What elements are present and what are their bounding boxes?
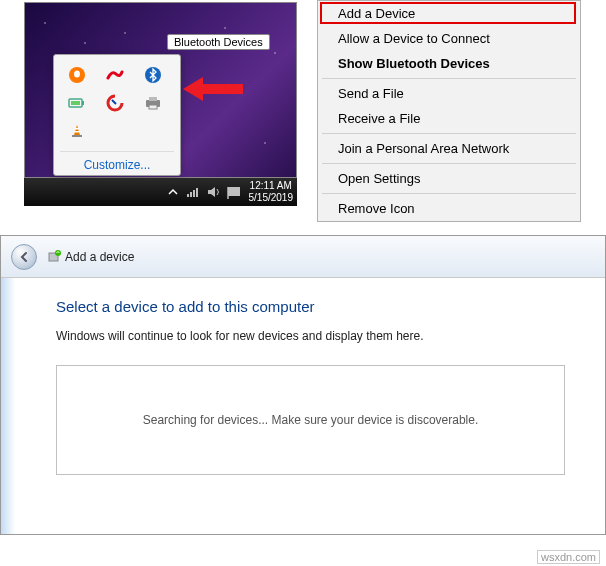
svg-rect-14 — [187, 194, 189, 197]
wizard-subtext: Windows will continue to look for new de… — [56, 329, 565, 343]
menu-show-devices[interactable]: Show Bluetooth Devices — [318, 51, 580, 76]
annotation-arrow-icon — [183, 77, 243, 101]
vlc-icon[interactable] — [62, 119, 92, 143]
battery-icon[interactable] — [62, 91, 92, 115]
flag-icon[interactable] — [227, 186, 241, 199]
taskbar-date: 5/15/2019 — [249, 192, 294, 204]
bluetooth-icon[interactable] — [138, 63, 168, 87]
airtel-icon[interactable] — [100, 63, 130, 87]
menu-allow-connect[interactable]: Allow a Device to Connect — [318, 26, 580, 51]
wizard-heading: Select a device to add to this computer — [56, 298, 565, 315]
avast-icon[interactable] — [62, 63, 92, 87]
svg-rect-7 — [149, 97, 157, 101]
ccleaner-icon[interactable] — [100, 91, 130, 115]
taskbar-clock[interactable]: 12:11 AM 5/15/2019 — [249, 180, 294, 204]
menu-join-pan[interactable]: Join a Personal Area Network — [318, 136, 580, 161]
menu-receive-file[interactable]: Receive a File — [318, 106, 580, 131]
window-left-glow — [1, 278, 15, 535]
wizard-title-text: Add a device — [65, 250, 134, 264]
add-device-window: Add a device Select a device to add to t… — [0, 235, 606, 535]
menu-separator — [322, 78, 576, 79]
volume-icon[interactable] — [207, 186, 221, 198]
windows-taskbar: 12:11 AM 5/15/2019 — [24, 178, 297, 206]
tray-icon-grid — [54, 55, 180, 151]
svg-rect-9 — [75, 128, 79, 130]
svg-marker-13 — [183, 77, 203, 101]
menu-separator — [322, 163, 576, 164]
svg-rect-17 — [196, 188, 198, 197]
printer-icon[interactable] — [138, 91, 168, 115]
svg-rect-8 — [149, 105, 157, 109]
taskbar-system-icons — [187, 186, 241, 199]
device-list-box: Searching for devices... Make sure your … — [56, 365, 565, 475]
bluetooth-context-menu: Add a Device Allow a Device to Connect S… — [317, 0, 581, 222]
menu-separator — [322, 193, 576, 194]
wizard-header: Add a device — [1, 236, 605, 278]
svg-rect-16 — [193, 190, 195, 197]
taskbar-time: 12:11 AM — [249, 180, 294, 192]
top-screenshot-panel: Bluetooth Devices — [0, 0, 606, 215]
device-icon — [47, 250, 61, 264]
svg-rect-4 — [82, 101, 84, 105]
tray-chevron-up-icon[interactable] — [167, 186, 179, 198]
menu-separator — [322, 133, 576, 134]
svg-rect-11 — [72, 135, 82, 137]
network-bars-icon[interactable] — [187, 186, 201, 198]
menu-add-device[interactable]: Add a Device — [318, 1, 580, 26]
svg-rect-5 — [71, 101, 80, 105]
svg-rect-18 — [228, 187, 240, 196]
svg-rect-12 — [201, 84, 243, 94]
wizard-title-bar: Add a device — [47, 250, 134, 264]
back-button[interactable] — [11, 244, 37, 270]
wizard-content: Select a device to add to this computer … — [1, 278, 605, 475]
menu-remove-icon[interactable]: Remove Icon — [318, 196, 580, 221]
bluetooth-tooltip: Bluetooth Devices — [167, 34, 270, 50]
menu-open-settings[interactable]: Open Settings — [318, 166, 580, 191]
menu-send-file[interactable]: Send a File — [318, 81, 580, 106]
system-tray-popup: Customize... — [53, 54, 181, 176]
searching-text: Searching for devices... Make sure your … — [143, 413, 479, 427]
svg-rect-10 — [75, 131, 80, 133]
customize-link[interactable]: Customize... — [54, 152, 180, 178]
svg-rect-15 — [190, 192, 192, 197]
svg-point-1 — [74, 71, 80, 78]
